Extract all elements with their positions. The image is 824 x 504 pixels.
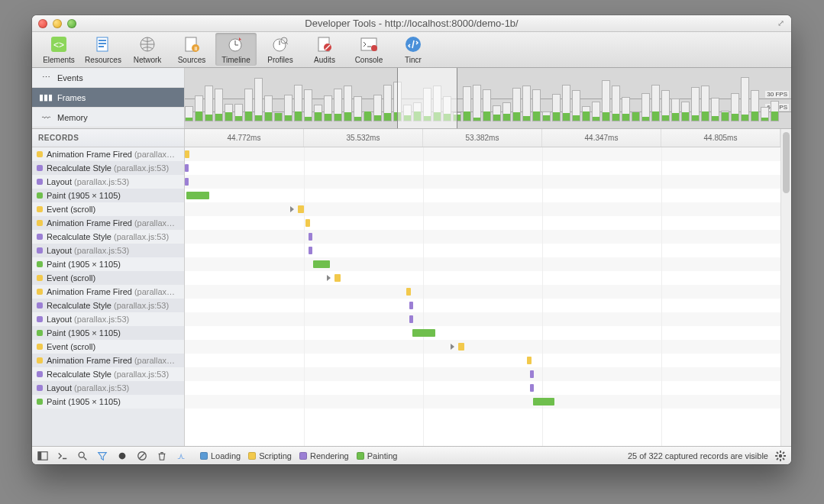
time-header: 44.772ms35.532ms53.382ms44.347ms44.805ms (185, 129, 780, 147)
grid-body[interactable] (185, 147, 780, 446)
tab-network[interactable]: Network (127, 33, 168, 66)
window-title: Developer Tools - http://localhost:8000/… (32, 18, 791, 29)
dock-icon[interactable] (37, 450, 49, 462)
category-dot-icon (37, 206, 43, 212)
svg-text:<>: <> (53, 40, 64, 50)
disclosure-triangle-icon[interactable] (451, 344, 454, 350)
svg-line-36 (783, 458, 784, 460)
disclosure-triangle-icon[interactable] (290, 206, 294, 212)
record-row[interactable]: Paint (1905 × 1105) (32, 257, 184, 271)
category-dot-icon (37, 371, 43, 377)
record-row[interactable]: Animation Frame Fired(parallax… (32, 216, 184, 230)
record-row[interactable]: Layout(parallax.js:53) (32, 312, 184, 326)
tab-resources[interactable]: Resources (82, 33, 124, 66)
tab-console[interactable]: Console (348, 33, 389, 66)
minimize-icon[interactable] (53, 19, 62, 28)
timeline-bar[interactable] (530, 370, 534, 378)
record-row[interactable]: Paint (1905 × 1105) (32, 326, 184, 340)
scrollbar-thumb[interactable] (783, 132, 790, 193)
vertical-scrollbar[interactable] (780, 129, 791, 446)
glue-icon[interactable] (176, 450, 188, 462)
time-header-cell: 44.805ms (661, 129, 780, 147)
timeline-bar[interactable] (305, 219, 310, 227)
record-row[interactable]: Animation Frame Fired(parallax… (32, 147, 184, 161)
record-row[interactable]: Event (scroll) (32, 271, 184, 285)
view-tab-memory[interactable]: 〰Memory (32, 108, 184, 128)
statusbar: Loading Scripting Rendering Painting 25 … (32, 446, 791, 464)
category-dot-icon (37, 151, 43, 157)
view-tab-frames[interactable]: ▮▮▮Frames (32, 88, 184, 108)
timeline-bar[interactable] (298, 205, 304, 213)
tab-profiles[interactable]: Profiles (260, 33, 301, 66)
traffic-lights (38, 19, 76, 28)
timeline-bar[interactable] (406, 288, 411, 296)
svg-rect-24 (38, 451, 41, 460)
profiles-icon (270, 34, 290, 54)
record-row[interactable]: Paint (1905 × 1105) (32, 189, 184, 202)
tab-audits[interactable]: Audits (304, 33, 345, 66)
records-list[interactable]: Animation Frame Fired(parallax…Recalcula… (32, 147, 184, 446)
record-row[interactable]: Paint (1905 × 1105) (32, 395, 184, 409)
timeline-bar[interactable] (530, 384, 534, 392)
tab-sources[interactable]: ⏸Sources (171, 33, 212, 66)
timeline-bar[interactable] (309, 233, 312, 241)
events-glyph-icon: ⋯ (40, 73, 52, 82)
timeline-bar[interactable] (313, 260, 330, 268)
timeline-bar[interactable] (185, 150, 189, 158)
record-icon[interactable] (116, 450, 128, 462)
record-row[interactable]: Event (scroll) (32, 202, 184, 216)
timeline-bar[interactable] (334, 274, 341, 282)
clear-icon[interactable] (136, 450, 148, 462)
elements-icon: <> (49, 34, 69, 54)
garbage-icon[interactable] (156, 450, 168, 462)
console-icon (359, 34, 379, 54)
overview-chart[interactable]: 30 FPS 60 FPS (185, 68, 791, 128)
timeline-bar[interactable] (412, 329, 435, 337)
filter-icon[interactable] (96, 450, 108, 462)
resources-icon (93, 34, 113, 54)
main-toolbar: <>ElementsResourcesNetwork⏸SourcesTimeli… (32, 32, 791, 68)
timeline-bar[interactable] (409, 315, 413, 323)
expand-icon[interactable]: ⤢ (777, 18, 787, 27)
timeline-grid: 44.772ms35.532ms53.382ms44.347ms44.805ms (185, 129, 780, 446)
time-header-cell: 35.532ms (304, 129, 423, 147)
record-row[interactable]: Recalculate Style(parallax.js:53) (32, 367, 184, 381)
record-row[interactable]: Recalculate Style(parallax.js:53) (32, 299, 184, 312)
category-dot-icon (37, 192, 43, 199)
record-row[interactable]: Event (scroll) (32, 340, 184, 354)
timeline-bar[interactable] (309, 247, 312, 254)
timeline-bar[interactable] (533, 398, 554, 405)
search-icon[interactable] (76, 450, 89, 462)
timeline-bar[interactable] (185, 178, 189, 186)
tab-timeline[interactable]: Timeline (215, 33, 257, 66)
gear-icon[interactable] (774, 450, 787, 462)
legend-loading: Loading (211, 451, 241, 460)
record-row[interactable]: Layout(parallax.js:53) (32, 175, 184, 189)
record-row[interactable]: Animation Frame Fired(parallax… (32, 285, 184, 299)
category-dot-icon (37, 234, 43, 240)
tab-tincr[interactable]: Tincr (393, 33, 434, 66)
close-icon[interactable] (38, 19, 47, 28)
category-dot-icon (37, 179, 43, 185)
svg-line-35 (777, 452, 778, 454)
svg-line-26 (84, 457, 87, 460)
console-toggle-icon[interactable] (57, 450, 69, 462)
record-row[interactable]: Recalculate Style(parallax.js:53) (32, 230, 184, 244)
timeline-bar[interactable] (409, 302, 413, 309)
record-row[interactable]: Layout(parallax.js:53) (32, 244, 184, 257)
category-dot-icon (37, 399, 43, 405)
timeline-bar[interactable] (185, 164, 189, 172)
timeline-bar[interactable] (458, 343, 464, 351)
record-row[interactable]: Layout(parallax.js:53) (32, 381, 184, 395)
tab-elements[interactable]: <>Elements (38, 33, 79, 66)
zoom-icon[interactable] (67, 19, 76, 28)
record-row[interactable]: Recalculate Style(parallax.js:53) (32, 161, 184, 175)
disclosure-triangle-icon[interactable] (327, 275, 331, 281)
timeline-bar[interactable] (527, 357, 532, 364)
record-row[interactable]: Animation Frame Fired(parallax… (32, 354, 184, 367)
svg-rect-4 (99, 43, 106, 44)
category-dot-icon (37, 220, 43, 226)
timeline-bar[interactable] (186, 192, 209, 199)
overview-brush[interactable] (397, 68, 457, 128)
view-tab-events[interactable]: ⋯Events (32, 68, 184, 88)
